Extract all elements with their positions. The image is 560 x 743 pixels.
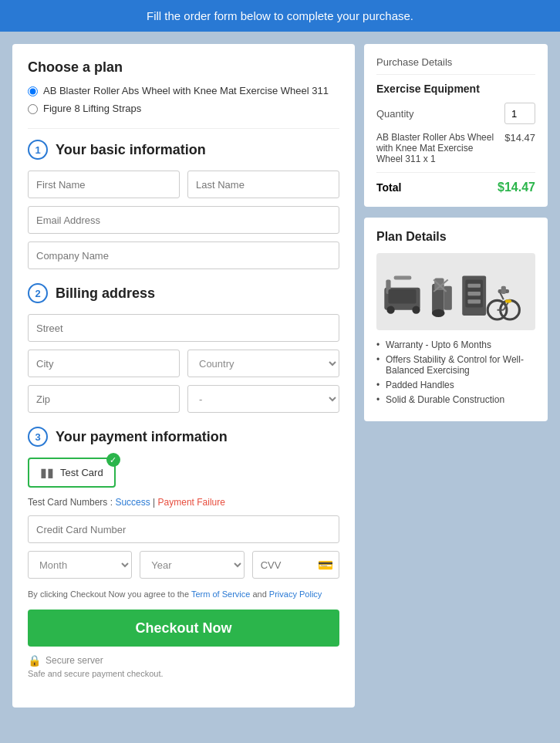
plan-radio-2[interactable]	[28, 104, 38, 114]
right-panel: Purchase Details Exercise Equipment Quan…	[364, 44, 548, 421]
banner-text: Fill the order form below to complete yo…	[147, 9, 413, 22]
step2-header: 2 Billing address	[28, 283, 339, 303]
step1-circle: 1	[28, 140, 48, 160]
country-select[interactable]: Country United States United Kingdom Can…	[187, 350, 339, 377]
plan-image-area	[376, 253, 535, 330]
terms-link[interactable]: Term of Service	[191, 589, 250, 599]
plan-option-1[interactable]: AB Blaster Roller Abs Wheel with Knee Ma…	[28, 85, 339, 96]
zip-input[interactable]	[28, 385, 180, 413]
plan-details-title: Plan Details	[376, 230, 535, 244]
feature-1: Warranty - Upto 6 Months	[376, 339, 535, 350]
svg-rect-14	[467, 284, 480, 288]
quantity-input[interactable]	[504, 103, 535, 124]
terms-mid: and	[250, 589, 268, 599]
choose-plan-title: Choose a plan	[28, 59, 339, 76]
company-input[interactable]	[28, 241, 339, 269]
terms-text: By clicking Checkout Now you agree to th…	[28, 589, 339, 599]
svg-rect-2	[394, 275, 412, 279]
feature-2: Offers Stability & Control for Well-Bala…	[376, 354, 535, 376]
step1-title: Your basic information	[56, 142, 206, 158]
year-select[interactable]: Year 2024 2025 2026 2027 2028	[140, 551, 244, 579]
feature-4: Solid & Durable Construction	[376, 394, 535, 405]
email-input[interactable]	[28, 206, 339, 234]
plan-radio-1[interactable]	[28, 86, 38, 96]
failure-link[interactable]: Payment Failure	[158, 497, 225, 508]
svg-point-8	[432, 309, 444, 317]
checkout-label: Checkout Now	[135, 620, 231, 636]
card-icon: ▮▮	[40, 465, 54, 480]
terms-before: By clicking Checkout Now you agree to th…	[28, 589, 191, 599]
check-badge: ✓	[106, 453, 120, 467]
success-link[interactable]: Success	[115, 497, 150, 508]
name-row	[28, 171, 339, 198]
plan-details-box: Plan Details	[364, 218, 548, 421]
secure-row: 🔒 Secure server	[28, 654, 339, 667]
quantity-label: Quantity	[376, 108, 413, 120]
quantity-row: Quantity	[376, 103, 535, 124]
total-row: Total $14.47	[376, 181, 535, 194]
plan-image-svg	[376, 253, 535, 330]
plan-label-2: Figure 8 Lifting Straps	[43, 103, 141, 114]
test-card-numbers: Test Card Numbers : Success | Payment Fa…	[28, 497, 339, 508]
step2-title: Billing address	[56, 285, 155, 302]
purchase-details-subtitle: Exercise Equipment	[376, 83, 535, 95]
item-price: $14.47	[504, 132, 535, 144]
street-input[interactable]	[28, 314, 339, 342]
step3-header: 3 Your payment information	[28, 427, 339, 447]
total-price: $14.47	[498, 181, 535, 194]
step3-circle: 3	[28, 427, 48, 447]
step1-section: 1 Your basic information	[28, 140, 339, 269]
state-select[interactable]: -	[187, 385, 339, 413]
cc-number-input[interactable]	[28, 515, 339, 543]
svg-rect-5	[388, 289, 416, 304]
total-label: Total	[376, 181, 401, 194]
zip-state-row: -	[28, 385, 339, 413]
email-row	[28, 206, 339, 234]
lock-icon: 🔒	[28, 654, 41, 667]
payment-method-button[interactable]: ▮▮ Test Card ✓	[28, 458, 116, 488]
purchase-details-box: Purchase Details Exercise Equipment Quan…	[364, 44, 548, 207]
privacy-link[interactable]: Privacy Policy	[269, 589, 322, 599]
test-card-label: Test Card Numbers :	[28, 497, 113, 508]
company-row	[28, 241, 339, 269]
step2-circle: 2	[28, 283, 48, 303]
payment-method-label: Test Card	[60, 467, 103, 478]
cc-input-wrapper	[28, 515, 339, 543]
svg-point-3	[386, 306, 394, 314]
month-select[interactable]: Month 01 02 03 04 05 06 07 08 09 10 11 1…	[28, 551, 132, 579]
step1-header: 1 Your basic information	[28, 140, 339, 160]
cvv-wrapper: 💳	[252, 551, 339, 579]
step3-section: 3 Your payment information ▮▮ Test Card …	[28, 427, 339, 678]
cvv-card-icon: 💳	[318, 558, 333, 572]
city-input[interactable]	[28, 350, 180, 377]
purchase-details-title: Purchase Details	[376, 56, 535, 75]
plan-option-2[interactable]: Figure 8 Lifting Straps	[28, 103, 339, 114]
expiry-cvv-row: Month 01 02 03 04 05 06 07 08 09 10 11 1…	[28, 551, 339, 579]
plan-features: Warranty - Upto 6 Months Offers Stabilit…	[376, 339, 535, 405]
svg-point-4	[412, 306, 420, 314]
street-row	[28, 314, 339, 342]
safe-text: Safe and secure payment checkout.	[28, 669, 339, 678]
pipe: |	[153, 497, 155, 508]
feature-3: Padded Handles	[376, 380, 535, 390]
svg-rect-23	[501, 286, 506, 294]
svg-rect-16	[467, 299, 480, 303]
left-panel: Choose a plan AB Blaster Roller Abs Whee…	[12, 44, 355, 708]
top-banner: Fill the order form below to complete yo…	[0, 0, 560, 32]
svg-rect-24	[505, 299, 511, 302]
last-name-input[interactable]	[187, 171, 339, 198]
item-row: AB Blaster Roller Abs Wheel with Knee Ma…	[376, 132, 535, 173]
step3-title: Your payment information	[56, 429, 228, 445]
step2-section: 2 Billing address Country United States …	[28, 283, 339, 413]
svg-rect-15	[467, 292, 480, 296]
checkout-button[interactable]: Checkout Now	[28, 610, 339, 647]
first-name-input[interactable]	[28, 171, 180, 198]
item-name: AB Blaster Roller Abs Wheel with Knee Ma…	[376, 132, 504, 164]
choose-plan-section: Choose a plan AB Blaster Roller Abs Whee…	[28, 59, 339, 114]
secure-text: Secure server	[46, 655, 103, 666]
plan-label-1: AB Blaster Roller Abs Wheel with Knee Ma…	[43, 85, 329, 96]
city-country-row: Country United States United Kingdom Can…	[28, 350, 339, 377]
